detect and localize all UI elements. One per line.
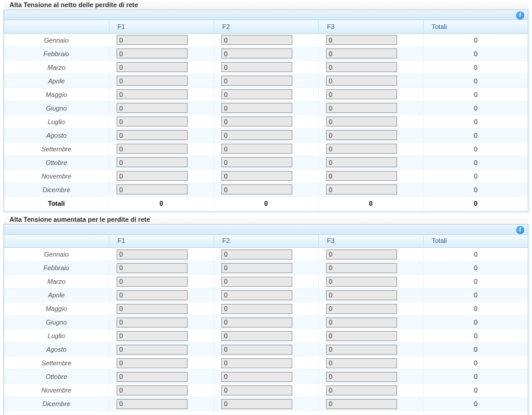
f2-input[interactable] [221, 372, 292, 382]
f1-input[interactable] [117, 317, 188, 328]
f2-input[interactable] [221, 76, 292, 86]
cell-f1 [109, 101, 214, 115]
cell-f2 [214, 370, 318, 384]
f2-input[interactable] [221, 399, 292, 409]
f2-input[interactable] [221, 144, 292, 154]
f3-input[interactable] [326, 290, 397, 300]
f1-input[interactable] [117, 331, 188, 341]
f3-input[interactable] [326, 249, 397, 260]
f2-input[interactable] [221, 103, 292, 113]
f1-input[interactable] [117, 48, 188, 59]
f1-input[interactable] [117, 399, 188, 409]
f2-input[interactable] [221, 290, 292, 300]
f2-input[interactable] [221, 184, 292, 194]
cell-f2 [214, 128, 318, 142]
row-total: 0 [423, 47, 528, 60]
cell-f1 [109, 248, 214, 261]
f2-input[interactable] [221, 263, 292, 273]
f2-input[interactable] [221, 130, 292, 140]
f3-input[interactable] [326, 48, 397, 59]
f2-input[interactable] [221, 157, 292, 167]
cell-f1 [109, 115, 214, 128]
f3-input[interactable] [326, 331, 397, 341]
f3-input[interactable] [326, 345, 397, 355]
f2-input[interactable] [221, 277, 292, 287]
f3-input[interactable] [326, 171, 397, 181]
f1-input[interactable] [117, 171, 188, 181]
f3-input[interactable] [326, 116, 397, 127]
cell-f2 [214, 329, 318, 343]
f1-input[interactable] [117, 184, 188, 194]
f3-input[interactable] [326, 103, 397, 113]
f3-input[interactable] [326, 304, 397, 314]
row-total: 0 [423, 142, 528, 155]
month-label: Giugno [4, 101, 109, 115]
f1-input[interactable] [117, 89, 188, 99]
f3-input[interactable] [326, 184, 397, 194]
f3-input[interactable] [326, 157, 397, 167]
f2-input[interactable] [221, 171, 292, 181]
f1-input[interactable] [117, 345, 188, 355]
f3-input[interactable] [326, 263, 397, 273]
f1-input[interactable] [117, 290, 188, 300]
cell-f2 [214, 47, 318, 60]
f3-input[interactable] [326, 76, 397, 86]
cell-f1 [109, 288, 214, 302]
cell-f1 [109, 183, 214, 196]
f1-input[interactable] [117, 358, 188, 368]
f1-input[interactable] [117, 372, 188, 382]
f1-input[interactable] [117, 304, 188, 314]
row-total: 0 [423, 302, 528, 316]
f1-input[interactable] [117, 35, 188, 45]
f3-input[interactable] [326, 399, 397, 409]
f2-input[interactable] [221, 331, 292, 341]
f1-input[interactable] [117, 116, 188, 127]
month-label: Febbraio [4, 261, 109, 275]
f3-input[interactable] [326, 372, 397, 382]
f1-input[interactable] [117, 130, 188, 140]
panel-info-bar: i [4, 224, 528, 235]
f1-input[interactable] [117, 249, 188, 260]
f2-input[interactable] [221, 89, 292, 99]
f1-input[interactable] [117, 144, 188, 154]
f3-input[interactable] [326, 317, 397, 328]
f2-input[interactable] [221, 116, 292, 127]
f2-input[interactable] [221, 304, 292, 314]
info-icon[interactable]: i [516, 226, 524, 234]
f3-input[interactable] [326, 62, 397, 72]
f3-input[interactable] [326, 35, 397, 45]
cell-f1 [109, 302, 214, 316]
f2-input[interactable] [221, 345, 292, 355]
f2-input[interactable] [221, 249, 292, 260]
row-total: 0 [423, 74, 528, 87]
f1-input[interactable] [117, 157, 188, 167]
f3-input[interactable] [326, 144, 397, 154]
row-total: 0 [423, 356, 528, 370]
f1-input[interactable] [117, 76, 188, 86]
f2-input[interactable] [221, 385, 292, 395]
cell-f2 [214, 248, 318, 261]
f2-input[interactable] [221, 48, 292, 59]
f1-input[interactable] [117, 62, 188, 72]
totals-tot: 0 [423, 196, 528, 210]
table-row: Ottobre0 [4, 370, 528, 384]
f3-input[interactable] [326, 130, 397, 140]
f2-input[interactable] [221, 62, 292, 72]
f3-input[interactable] [326, 358, 397, 368]
cell-f2 [214, 302, 318, 316]
cell-f3 [318, 329, 423, 343]
f3-input[interactable] [326, 89, 397, 99]
f2-input[interactable] [221, 35, 292, 45]
f1-input[interactable] [117, 277, 188, 287]
f2-input[interactable] [221, 317, 292, 328]
table-row: Aprile0 [4, 74, 528, 87]
f3-input[interactable] [326, 277, 397, 287]
info-icon[interactable]: i [516, 11, 524, 20]
month-label: Febbraio [4, 47, 109, 60]
f3-input[interactable] [326, 385, 397, 395]
f1-input[interactable] [117, 385, 188, 395]
f2-input[interactable] [221, 358, 292, 368]
f1-input[interactable] [117, 263, 188, 273]
f1-input[interactable] [117, 103, 188, 113]
table-row: Maggio0 [4, 87, 528, 101]
